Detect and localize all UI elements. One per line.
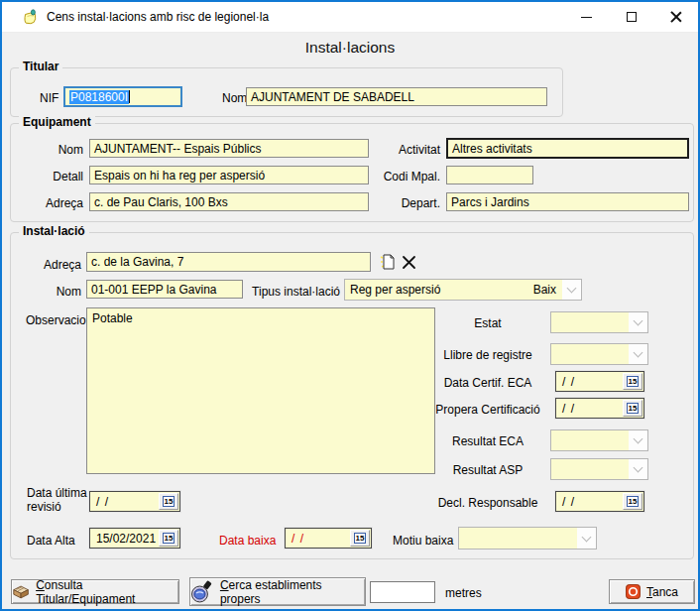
estat-combobox[interactable] (550, 311, 648, 333)
magnifier-icon (190, 580, 214, 604)
text-caret (129, 90, 130, 103)
installacio-nom-input[interactable]: 01-001 EEPP la Gavina (86, 280, 243, 299)
calendar-icon: 15 (163, 533, 175, 544)
minimize-button[interactable] (564, 3, 609, 32)
calendar-button[interactable]: 15 (159, 530, 178, 547)
data-ultima-datefield[interactable]: / / 15 (89, 491, 180, 512)
titular-legend: Titular (19, 60, 62, 73)
page-title: Instal·lacions (2, 39, 698, 57)
cerca-button-label: Cerca establiments propers (220, 578, 365, 606)
calendar-icon: 15 (627, 496, 639, 507)
data-ultima-label: Data última revisió (27, 486, 88, 514)
resultat-eca-combobox[interactable] (550, 429, 648, 451)
app-icon (22, 9, 39, 26)
detall-value: Espais on hi ha reg per aspersió (94, 169, 265, 183)
resultat-eca-label: Resultat ECA (428, 434, 547, 448)
decl-datefield[interactable]: / / 15 (555, 491, 644, 512)
delete-button[interactable] (399, 252, 418, 272)
metres-label: metres (445, 586, 482, 600)
propera-label: Propera Certificació (428, 403, 547, 417)
delete-x-icon (402, 255, 416, 270)
card-file-icon (12, 584, 30, 599)
calendar-icon: 15 (163, 496, 175, 507)
chevron-down-icon (577, 528, 596, 549)
titular-nom-label: Nom (222, 91, 247, 105)
calendar-icon: 15 (627, 376, 639, 387)
tanca-button[interactable]: Tanca (609, 579, 695, 604)
calendar-button[interactable]: 15 (159, 493, 178, 510)
app-window: Cens instal·lacions amb risc de legionel… (0, 0, 700, 611)
estat-label: Estat (428, 316, 547, 330)
activitat-label: Activitat (379, 143, 440, 157)
installacio-nom-label: Nom (20, 285, 81, 299)
new-document-button[interactable] (378, 252, 398, 272)
installacio-adreca-input[interactable]: c. de la Gavina, 7 (86, 252, 371, 272)
equipament-legend: Equipament (19, 115, 95, 129)
detall-label: Detall (22, 170, 83, 183)
equipament-adreca-input[interactable]: c. de Pau Claris, 100 Bxs (89, 192, 369, 211)
observacions-value: Potable (92, 311, 133, 325)
tipus-combobox[interactable]: Reg per aspersió Baix (344, 279, 582, 301)
depart-input[interactable]: Parcs i Jardins (446, 192, 689, 211)
nif-input[interactable]: P0818600I (63, 86, 182, 107)
observacions-textarea[interactable]: Potable (86, 307, 435, 474)
resultat-asp-combobox[interactable] (550, 458, 648, 480)
chevron-down-icon (629, 344, 647, 364)
equipament-nom-label: Nom (22, 143, 83, 157)
resultat-asp-label: Resultat ASP (428, 463, 547, 477)
installacio-adreca-value: c. de la Gavina, 7 (91, 255, 183, 269)
calendar-icon: 15 (354, 533, 366, 544)
close-icon (670, 11, 682, 23)
data-certif-datefield[interactable]: / / 15 (555, 371, 644, 392)
calendar-button[interactable]: 15 (350, 530, 370, 547)
installacio-nom-value: 01-001 EEPP la Gavina (91, 283, 217, 297)
activitat-input[interactable]: Altres activitats (446, 138, 689, 159)
tipus-label: Tipus instal·lació (246, 285, 340, 299)
close-button[interactable] (653, 3, 698, 32)
titlebar: Cens instal·lacions amb risc de legionel… (2, 2, 698, 33)
equipament-nom-input[interactable]: AJUNTAMENT-- Espais Públics (89, 139, 369, 158)
codi-mpal-label: Codi Mpal. (369, 170, 440, 183)
cerca-establiments-button[interactable]: Cerca establiments propers (189, 577, 366, 606)
data-baixa-datefield[interactable]: / / 15 (285, 528, 372, 549)
decl-value: / / (556, 495, 623, 509)
new-document-icon (379, 253, 397, 271)
metres-input[interactable] (370, 581, 435, 603)
data-alta-datefield[interactable]: 15/02/2021 15 (89, 528, 180, 549)
data-ultima-value: / / (90, 495, 159, 509)
chevron-down-icon (629, 430, 647, 450)
chevron-down-icon (629, 312, 647, 332)
maximize-button[interactable] (609, 3, 653, 32)
equipament-adreca-value: c. de Pau Claris, 100 Bxs (94, 195, 228, 209)
data-alta-label: Data Alta (27, 534, 75, 548)
calendar-button[interactable]: 15 (623, 373, 642, 390)
calendar-icon: 15 (627, 403, 639, 414)
data-baixa-value: / / (286, 532, 350, 546)
power-close-icon (626, 584, 641, 599)
chevron-down-icon (562, 280, 581, 300)
motiu-baixa-combobox[interactable] (458, 527, 597, 550)
consulta-button-label: Consulta Titular/Equipament (36, 578, 178, 606)
nif-value: P0818600I (69, 90, 129, 104)
data-alta-value: 15/02/2021 (90, 532, 159, 546)
activitat-value: Altres activitats (452, 142, 532, 156)
installacio-legend: Instal·lació (19, 224, 89, 238)
tipus-value: Reg per aspersió (345, 283, 533, 297)
maximize-icon (627, 12, 637, 22)
depart-value: Parcs i Jardins (451, 195, 529, 209)
propera-datefield[interactable]: / / 15 (555, 398, 644, 419)
consulta-titular-button[interactable]: Consulta Titular/Equipament (11, 579, 179, 604)
codi-mpal-input[interactable] (446, 166, 533, 184)
equipament-nom-value: AJUNTAMENT-- Espais Públics (94, 142, 261, 156)
titular-nom-input[interactable]: AJUNTAMENT DE SABADELL (246, 87, 547, 106)
llibre-label: Llibre de registre (428, 348, 547, 362)
titular-nom-value: AJUNTAMENT DE SABADELL (251, 90, 414, 104)
propera-value: / / (556, 402, 623, 416)
calendar-button[interactable]: 15 (623, 400, 642, 417)
data-baixa-label: Data baixa (219, 534, 276, 548)
minimize-icon (581, 17, 592, 18)
llibre-combobox[interactable] (550, 343, 648, 365)
calendar-button[interactable]: 15 (623, 493, 642, 510)
detall-input[interactable]: Espais on hi ha reg per aspersió (89, 166, 369, 184)
window-title: Cens instal·lacions amb risc de legionel… (47, 10, 269, 24)
